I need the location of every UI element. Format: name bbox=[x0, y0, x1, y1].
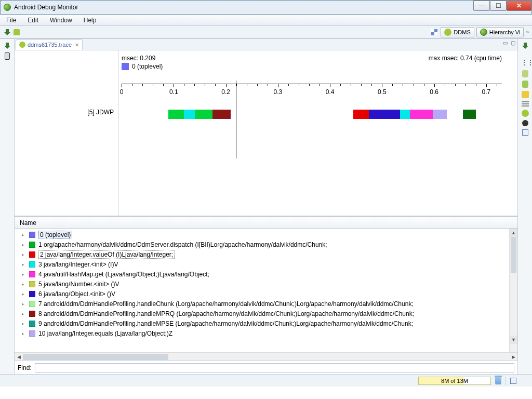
trace-segment[interactable] bbox=[353, 110, 369, 119]
tick-label: 0.1 bbox=[169, 88, 178, 96]
scroll-left-icon[interactable]: ◀ bbox=[15, 354, 23, 360]
row-label: 2 java/lang/Integer.valueOf (I)Ljava/lan… bbox=[38, 250, 175, 259]
gutter-layout-icon[interactable] bbox=[522, 129, 528, 136]
scroll-right-icon[interactable]: ▶ bbox=[509, 354, 517, 360]
time-axis: 00.10.20.30.40.50.60.7 bbox=[122, 84, 502, 96]
gutter-sysinfo-icon[interactable] bbox=[522, 120, 528, 126]
row-label: 5 java/lang/Number.<init> ()V bbox=[38, 281, 119, 288]
gutter-download-icon[interactable] bbox=[522, 42, 529, 49]
status-layout-icon[interactable] bbox=[510, 378, 516, 384]
trace-bars-row bbox=[122, 110, 502, 119]
color-swatch bbox=[29, 251, 35, 258]
trace-segment[interactable] bbox=[369, 110, 400, 119]
status-device-icon[interactable] bbox=[521, 377, 528, 384]
trace-segment[interactable] bbox=[195, 110, 212, 119]
find-row: Find: bbox=[15, 361, 517, 374]
scroll-thumb[interactable] bbox=[511, 237, 516, 273]
expand-icon[interactable]: ▸ bbox=[22, 232, 26, 237]
tick-label: 0 bbox=[120, 88, 124, 96]
tick-label: 0.3 bbox=[273, 88, 282, 96]
perspective-ddms[interactable]: DDMS bbox=[441, 27, 474, 37]
table-row[interactable]: ▸5 java/lang/Number.<init> ()V bbox=[17, 279, 507, 289]
trace-segment[interactable] bbox=[184, 110, 195, 119]
table-row[interactable]: ▸7 android/ddm/DdmHandleProfiling.handle… bbox=[17, 299, 507, 309]
expand-icon[interactable]: ▸ bbox=[22, 272, 26, 277]
table-row[interactable]: ▸0 (toplevel) bbox=[17, 230, 507, 240]
heap-status[interactable]: 8M of 13M bbox=[418, 377, 491, 385]
menu-help[interactable]: Help bbox=[82, 16, 99, 25]
maximize-button[interactable]: ☐ bbox=[490, 1, 507, 11]
expand-icon[interactable]: ▸ bbox=[22, 282, 26, 287]
gutter-download-icon[interactable] bbox=[4, 42, 11, 49]
expand-icon[interactable]: ▸ bbox=[22, 331, 26, 336]
table-row[interactable]: ▸8 android/ddm/DdmHandleProfiling.handle… bbox=[17, 309, 507, 318]
table-row[interactable]: ▸3 java/lang/Integer.<init> (I)V bbox=[17, 259, 507, 269]
gc-button-icon[interactable] bbox=[495, 377, 501, 384]
tab-label: ddms61735.trace bbox=[28, 42, 72, 48]
expand-icon[interactable]: ▸ bbox=[22, 262, 26, 267]
trace-segment[interactable] bbox=[168, 110, 184, 119]
trace-row-label: [5] JDWP bbox=[87, 109, 114, 116]
table-row[interactable]: ▸10 java/lang/Integer.equals (Ljava/lang… bbox=[17, 328, 507, 338]
color-swatch bbox=[29, 281, 35, 287]
tick-label: 0.4 bbox=[326, 88, 335, 96]
menu-file[interactable]: File bbox=[4, 16, 18, 25]
gutter-threads-icon[interactable]: ⋮⋮ bbox=[521, 59, 529, 67]
legend-label-0: 0 (toplevel) bbox=[132, 63, 163, 70]
trace-segment[interactable] bbox=[463, 110, 476, 119]
color-swatch bbox=[29, 261, 35, 268]
tab-close-icon[interactable]: ✕ bbox=[75, 42, 79, 48]
window-title: Android Debug Monitor bbox=[14, 4, 78, 11]
trace-segment[interactable] bbox=[400, 110, 409, 119]
trace-segment[interactable] bbox=[212, 110, 230, 119]
table-row[interactable]: ▸4 java/util/HashMap.get (Ljava/lang/Obj… bbox=[17, 269, 507, 279]
device-icon[interactable] bbox=[12, 28, 21, 36]
tick-label: 0.6 bbox=[430, 88, 438, 96]
toolbar: DDMS Hierarchy Vi » bbox=[0, 26, 532, 38]
close-button[interactable]: ✕ bbox=[507, 1, 531, 11]
table-row[interactable]: ▸2 java/lang/Integer.valueOf (I)Ljava/la… bbox=[17, 249, 507, 259]
trace-segment[interactable] bbox=[410, 110, 433, 119]
row-label: 0 (toplevel) bbox=[38, 231, 72, 239]
minimize-button[interactable]: — bbox=[473, 1, 490, 11]
open-perspective-icon[interactable] bbox=[430, 28, 438, 36]
perspective-hierarchy[interactable]: Hierarchy Vi bbox=[476, 27, 524, 37]
menu-edit[interactable]: Edit bbox=[25, 16, 41, 25]
tab-tracefile[interactable]: ddms61735.trace ✕ bbox=[16, 39, 83, 50]
expand-icon[interactable]: ▸ bbox=[22, 242, 26, 247]
expand-icon[interactable]: ▸ bbox=[22, 321, 26, 326]
trace-chart[interactable]: msec: 0.209 max msec: 0.74 (cpu time) 0 … bbox=[118, 50, 517, 216]
time-cursor[interactable] bbox=[236, 81, 236, 158]
table-row[interactable]: ▸9 android/ddm/DdmHandleProfiling.handle… bbox=[17, 318, 507, 328]
scroll-down-icon[interactable]: ▼ bbox=[510, 336, 517, 344]
gutter-alloc-icon[interactable] bbox=[522, 81, 528, 88]
gutter-folder-icon[interactable] bbox=[522, 91, 529, 98]
find-input[interactable] bbox=[35, 363, 514, 373]
expand-icon[interactable]: ▸ bbox=[22, 301, 26, 307]
expand-icon[interactable]: ▸ bbox=[22, 252, 26, 257]
gutter-phone-icon[interactable] bbox=[5, 52, 10, 60]
table-row[interactable]: ▸1 org/apache/harmony/dalvik/ddmc/DdmSer… bbox=[17, 240, 507, 249]
expand-icon[interactable]: ▸ bbox=[22, 311, 26, 316]
vertical-scrollbar[interactable]: ▲ ▼ bbox=[509, 229, 517, 352]
horizontal-scrollbar[interactable]: ◀ ▶ bbox=[15, 352, 517, 361]
minimize-view-icon[interactable]: ▭ bbox=[503, 40, 508, 46]
scroll-up-icon[interactable]: ▲ bbox=[510, 229, 517, 237]
expand-icon[interactable]: ▸ bbox=[22, 291, 26, 297]
row-label: 10 java/lang/Integer.equals (Ljava/lang/… bbox=[38, 330, 172, 337]
download-icon[interactable] bbox=[3, 28, 11, 36]
perspective-hierarchy-label: Hierarchy Vi bbox=[489, 29, 521, 35]
table-row[interactable]: ▸6 java/lang/Object.<init> ()V bbox=[17, 289, 507, 299]
gutter-network-icon[interactable] bbox=[522, 101, 529, 107]
hscroll-thumb[interactable] bbox=[23, 354, 168, 360]
overflow-icon[interactable]: » bbox=[526, 29, 529, 35]
gutter-heap-icon[interactable] bbox=[522, 70, 528, 77]
menu-window[interactable]: Window bbox=[48, 16, 74, 25]
gutter-emulator-icon[interactable] bbox=[522, 110, 529, 117]
color-swatch bbox=[29, 301, 35, 307]
find-label: Find: bbox=[18, 364, 32, 371]
maximize-view-icon[interactable]: ▢ bbox=[511, 40, 515, 46]
row-label: 9 android/ddm/DdmHandleProfiling.handleM… bbox=[38, 320, 413, 327]
table-header[interactable]: Name bbox=[15, 217, 517, 229]
trace-segment[interactable] bbox=[433, 110, 447, 119]
